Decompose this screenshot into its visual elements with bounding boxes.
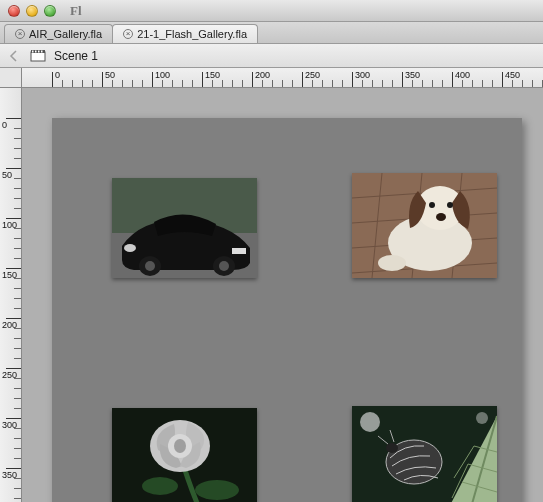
svg-rect-2 bbox=[32, 50, 34, 52]
document-tab[interactable]: × 21-1_Flash_Gallery.fla bbox=[112, 24, 258, 43]
svg-point-24 bbox=[429, 202, 435, 208]
ruler-tick bbox=[6, 118, 22, 119]
photo-car[interactable] bbox=[112, 178, 257, 278]
ruler-tick bbox=[6, 418, 22, 419]
ruler-tick-label: 0 bbox=[55, 70, 60, 80]
workspace: 050100150200250300350400450 050100150200… bbox=[0, 68, 543, 502]
svg-rect-3 bbox=[35, 50, 37, 52]
ruler-tick-label: 100 bbox=[155, 70, 170, 80]
ruler-tick-label: 200 bbox=[255, 70, 270, 80]
ruler-tick bbox=[52, 72, 53, 88]
ruler-tick bbox=[152, 72, 153, 88]
ruler-vertical[interactable]: 050100150200250300350 bbox=[0, 88, 22, 502]
photo-insect[interactable] bbox=[352, 406, 497, 502]
svg-point-13 bbox=[124, 244, 136, 252]
ruler-tick bbox=[252, 72, 253, 88]
ruler-tick bbox=[352, 72, 353, 88]
ruler-tick-label: 300 bbox=[355, 70, 370, 80]
svg-rect-5 bbox=[41, 50, 43, 52]
ruler-tick bbox=[502, 72, 503, 88]
svg-point-26 bbox=[436, 213, 446, 221]
ruler-tick bbox=[6, 168, 22, 169]
ruler-tick-label: 450 bbox=[505, 70, 520, 80]
ruler-tick-label: 350 bbox=[405, 70, 420, 80]
svg-point-25 bbox=[447, 202, 453, 208]
ruler-tick-label: 0 bbox=[2, 120, 7, 130]
document-tabstrip: × AIR_Gallery.fla × 21-1_Flash_Gallery.f… bbox=[0, 22, 543, 44]
svg-point-44 bbox=[386, 443, 398, 453]
ruler-horizontal[interactable]: 050100150200250300350400450 bbox=[22, 68, 543, 88]
ruler-corner bbox=[0, 68, 22, 88]
ruler-tick-label: 50 bbox=[105, 70, 115, 80]
stage[interactable] bbox=[52, 118, 522, 502]
ruler-tick bbox=[6, 468, 22, 469]
svg-point-11 bbox=[219, 261, 229, 271]
close-icon[interactable]: × bbox=[15, 29, 25, 39]
ruler-tick bbox=[6, 368, 22, 369]
ruler-tick bbox=[6, 218, 22, 219]
close-icon[interactable]: × bbox=[123, 29, 133, 39]
window-zoom-button[interactable] bbox=[44, 5, 56, 17]
ruler-tick bbox=[302, 72, 303, 88]
ruler-tick-label: 400 bbox=[455, 70, 470, 80]
svg-point-27 bbox=[378, 255, 406, 271]
back-arrow-icon[interactable] bbox=[6, 48, 22, 64]
svg-point-36 bbox=[476, 412, 488, 424]
ruler-tick bbox=[6, 268, 22, 269]
svg-point-33 bbox=[174, 439, 186, 453]
photo-dog[interactable] bbox=[352, 173, 497, 278]
svg-rect-12 bbox=[232, 248, 246, 254]
ruler-tick bbox=[202, 72, 203, 88]
window-traffic-lights bbox=[8, 5, 56, 17]
scene-label: Scene 1 bbox=[54, 49, 98, 63]
ruler-tick bbox=[452, 72, 453, 88]
photo-rose[interactable] bbox=[112, 408, 257, 502]
svg-point-30 bbox=[142, 477, 178, 495]
edit-bar: Scene 1 bbox=[0, 44, 543, 68]
svg-point-29 bbox=[195, 480, 239, 500]
ruler-tick-label: 250 bbox=[305, 70, 320, 80]
stage-viewport[interactable] bbox=[22, 88, 543, 502]
ruler-tick bbox=[6, 318, 22, 319]
svg-rect-4 bbox=[38, 50, 40, 52]
document-tab-label: AIR_Gallery.fla bbox=[29, 28, 102, 40]
ruler-tick bbox=[402, 72, 403, 88]
ruler-tick-label: 50 bbox=[2, 170, 12, 180]
window-minimize-button[interactable] bbox=[26, 5, 38, 17]
app-logo: Fl bbox=[70, 3, 82, 19]
svg-rect-0 bbox=[31, 52, 45, 61]
ruler-tick-label: 150 bbox=[205, 70, 220, 80]
scene-icon bbox=[30, 49, 46, 63]
ruler-tick bbox=[102, 72, 103, 88]
window-titlebar: Fl bbox=[0, 0, 543, 22]
document-tab[interactable]: × AIR_Gallery.fla bbox=[4, 24, 113, 43]
svg-point-35 bbox=[360, 412, 380, 432]
svg-point-9 bbox=[145, 261, 155, 271]
document-tab-label: 21-1_Flash_Gallery.fla bbox=[137, 28, 247, 40]
window-close-button[interactable] bbox=[8, 5, 20, 17]
